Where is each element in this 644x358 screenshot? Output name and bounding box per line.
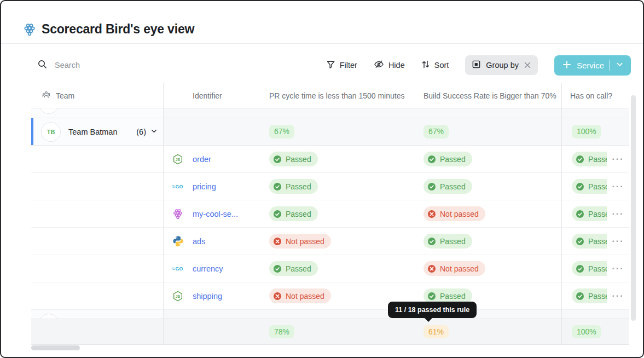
search-input[interactable] bbox=[54, 60, 218, 70]
table-row[interactable]: my-cool-se... Passed Not passed Passed ·… bbox=[31, 200, 629, 228]
filter-button[interactable]: Filter bbox=[326, 60, 357, 71]
go-icon: GO bbox=[172, 181, 184, 193]
avatar bbox=[39, 314, 59, 319]
chevron-down-icon[interactable] bbox=[616, 60, 624, 70]
group-summary-row: 78% 61% 100% bbox=[31, 319, 629, 345]
column-header-build-success[interactable]: Build Success Rate is Bigger than 70% bbox=[419, 83, 561, 108]
row-menu-button[interactable]: ··· bbox=[612, 237, 624, 246]
sort-icon bbox=[421, 60, 430, 71]
status-badge: Not passed bbox=[423, 261, 485, 276]
table-header-row: Team Identifier PR cycle time is less th… bbox=[31, 83, 629, 108]
avatar bbox=[39, 108, 59, 114]
x-circle-icon bbox=[427, 264, 436, 273]
service-button[interactable]: Service bbox=[554, 55, 631, 76]
vertical-scrollbar[interactable] bbox=[631, 95, 636, 321]
status-badge: Passed bbox=[572, 261, 607, 276]
tooltip-caret bbox=[424, 317, 433, 322]
table-row[interactable]: ads Not passed Passed Passed ··· bbox=[31, 228, 629, 255]
group-summary-pill: 100% bbox=[572, 325, 601, 339]
group-by-chip[interactable]: Group by bbox=[465, 55, 538, 75]
check-circle-icon bbox=[427, 155, 436, 164]
row-menu-button[interactable]: ··· bbox=[612, 155, 624, 164]
table-row[interactable]: JS order Passed Passed Passed ··· bbox=[31, 146, 629, 173]
group-summary-pill: 78% bbox=[269, 325, 294, 339]
x-circle-icon bbox=[273, 237, 282, 246]
row-menu-button[interactable]: ··· bbox=[612, 182, 624, 191]
entity-link[interactable]: shipping bbox=[193, 292, 222, 301]
go-icon: GO bbox=[172, 263, 184, 275]
table-row[interactable]: GO currency Passed Not passed Passed ··· bbox=[31, 255, 629, 282]
page-title: Scorecard Bird's eye view bbox=[42, 22, 194, 37]
row-menu-button[interactable]: ··· bbox=[612, 264, 624, 273]
status-badge: Not passed bbox=[423, 206, 485, 221]
entity-link[interactable]: order bbox=[193, 155, 211, 164]
entity-link[interactable]: my-cool-se... bbox=[193, 210, 238, 218]
x-circle-icon bbox=[273, 292, 282, 301]
avatar: TB bbox=[41, 122, 61, 142]
next-group-row-partial bbox=[31, 310, 629, 319]
svg-text:GO: GO bbox=[176, 184, 183, 189]
column-header-pr-cycle-time[interactable]: PR cycle time is less than 1500 minutes bbox=[265, 83, 419, 108]
check-circle-icon bbox=[427, 292, 436, 301]
sort-button[interactable]: Sort bbox=[421, 60, 449, 71]
horizontal-scrollbar[interactable] bbox=[31, 345, 80, 350]
search-box[interactable] bbox=[37, 59, 326, 72]
group-summary-pill: 67% bbox=[269, 125, 294, 138]
status-badge: Passed bbox=[269, 179, 318, 194]
group-summary-pill: 100% bbox=[572, 125, 601, 138]
check-circle-icon bbox=[576, 210, 584, 218]
check-circle-icon bbox=[273, 210, 282, 218]
search-icon bbox=[37, 59, 48, 72]
column-header-team[interactable]: Team bbox=[31, 83, 163, 108]
service-split-divider bbox=[610, 60, 610, 71]
status-badge: Passed bbox=[572, 288, 607, 303]
team-icon bbox=[42, 90, 51, 101]
status-badge: Passed bbox=[572, 179, 607, 194]
column-header-identifier[interactable]: Identifier bbox=[163, 83, 265, 108]
x-circle-icon bbox=[427, 210, 436, 218]
entity-link[interactable]: ads bbox=[193, 237, 205, 246]
group-header-row-team-batman[interactable]: TB Team Batman (6) 67% 67% 100% bbox=[31, 118, 629, 146]
selected-row-indicator bbox=[31, 118, 33, 145]
pinned-column-divider bbox=[163, 83, 164, 345]
check-circle-icon bbox=[273, 264, 282, 273]
scorecard-table: Team Identifier PR cycle time is less th… bbox=[31, 83, 629, 345]
collapse-chevron-icon[interactable] bbox=[150, 127, 158, 137]
row-menu-button[interactable]: ··· bbox=[612, 210, 624, 218]
entity-link[interactable]: pricing bbox=[193, 182, 216, 191]
group-summary-pill: 67% bbox=[423, 125, 449, 138]
team-name: Team Batman bbox=[68, 128, 117, 136]
status-badge: Passed bbox=[572, 234, 607, 249]
group-by-icon bbox=[472, 60, 481, 71]
status-badge: Passed bbox=[269, 261, 318, 276]
group-rows: JS order Passed Passed Passed ··· GO pri… bbox=[31, 146, 629, 310]
check-circle-icon bbox=[273, 182, 282, 191]
svg-text:JS: JS bbox=[176, 157, 181, 161]
check-circle-icon bbox=[576, 237, 584, 246]
tooltip: 11 / 18 passed this rule bbox=[388, 302, 477, 318]
plus-icon bbox=[562, 60, 571, 71]
status-badge: Passed bbox=[572, 152, 607, 166]
check-circle-icon bbox=[427, 182, 436, 191]
python-icon bbox=[172, 235, 184, 247]
hide-button[interactable]: Hide bbox=[374, 60, 405, 71]
check-circle-icon bbox=[576, 182, 584, 191]
eye-off-icon bbox=[374, 60, 384, 71]
app-window: Scorecard Bird's eye view Filter bbox=[0, 0, 644, 358]
check-circle-icon bbox=[576, 292, 584, 301]
svg-text:JS: JS bbox=[176, 294, 181, 298]
status-badge: Passed bbox=[423, 234, 472, 249]
toolbar: Filter Hide Sort bbox=[1, 44, 643, 83]
funnel-icon bbox=[326, 60, 335, 71]
group-by-remove-icon[interactable] bbox=[524, 61, 531, 69]
status-badge: Passed bbox=[423, 179, 472, 194]
table-row[interactable]: JS shipping Not passed Passed Passed ··· bbox=[31, 282, 629, 310]
group-summary-pill: 61% bbox=[423, 325, 449, 339]
row-menu-button[interactable]: ··· bbox=[612, 292, 624, 301]
check-circle-icon bbox=[427, 237, 436, 246]
status-badge: Passed bbox=[423, 152, 472, 166]
entity-link[interactable]: currency bbox=[193, 264, 223, 273]
column-header-has-on-call[interactable]: Has on call? bbox=[561, 83, 607, 108]
table-row[interactable]: GO pricing Passed Passed Passed ··· bbox=[31, 173, 629, 200]
column-divider bbox=[561, 83, 562, 345]
